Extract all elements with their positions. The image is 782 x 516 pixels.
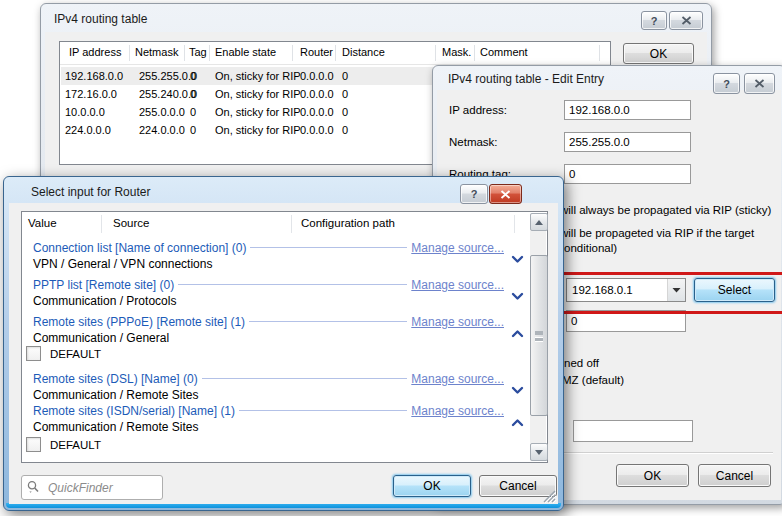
leader-line — [202, 378, 408, 379]
column-header[interactable]: Mask. — [442, 46, 471, 58]
entry-config-path: Communication / General — [33, 331, 169, 345]
list-header: Value Source Configuration path — [22, 212, 547, 236]
titlebar[interactable]: IPv4 routing table - Edit Entry ? — [433, 66, 782, 92]
ok-button[interactable]: OK — [393, 475, 471, 497]
column-separator — [129, 45, 130, 61]
entry-value: PPTP list [Remote site] (0) — [33, 278, 174, 292]
default-checkbox[interactable] — [26, 346, 41, 361]
column-header[interactable]: Tag — [189, 46, 207, 58]
column-separator — [474, 45, 475, 61]
manage-source-link[interactable]: Manage source... — [411, 372, 504, 386]
default-checkbox[interactable] — [26, 437, 41, 452]
ip-address-label: IP address: — [449, 104, 507, 116]
expand-button[interactable] — [511, 253, 525, 263]
scroll-up-button[interactable] — [530, 213, 548, 231]
help-button[interactable]: ? — [460, 184, 488, 204]
titlebar[interactable]: IPv4 routing table ? — [41, 4, 711, 30]
cell-distance: 0 — [342, 70, 348, 82]
column-header[interactable]: Netmask — [135, 46, 178, 58]
titlebar[interactable]: Select input for Router ? — [4, 177, 563, 203]
column-header[interactable]: Configuration path — [301, 217, 395, 229]
help-button[interactable]: ? — [713, 73, 740, 94]
list-item[interactable]: Remote sites (PPPoE) [Remote site] (1) M… — [33, 314, 504, 329]
chevron-down-icon — [511, 292, 524, 301]
column-header[interactable]: Value — [28, 217, 57, 229]
resize-grip[interactable] — [543, 490, 556, 503]
close-button[interactable] — [489, 184, 522, 204]
collapse-button[interactable] — [511, 416, 525, 426]
divider — [560, 452, 773, 454]
expand-button[interactable] — [511, 290, 525, 300]
help-icon: ? — [651, 15, 658, 27]
column-separator — [599, 45, 600, 61]
close-icon — [500, 190, 511, 199]
column-header[interactable]: Source — [113, 217, 149, 229]
cell-ip: 172.16.0.0 — [65, 88, 117, 100]
dialog-body: Value Source Configuration path Connecti… — [9, 203, 558, 504]
close-button[interactable] — [744, 73, 775, 94]
cell-distance: 0 — [342, 124, 348, 136]
leader-line — [250, 247, 407, 248]
netmask-field[interactable] — [564, 132, 691, 152]
manage-source-link[interactable]: Manage source... — [411, 404, 504, 418]
rip-conditional-text-fragment: will be propageted via RIP if the target — [560, 227, 754, 239]
close-icon — [754, 79, 765, 88]
chevron-down-icon — [511, 386, 524, 395]
manage-source-link[interactable]: Manage source... — [411, 241, 504, 255]
quickfinder-search[interactable] — [21, 475, 163, 500]
routing-tag-field[interactable] — [564, 164, 691, 184]
ip-address-field[interactable] — [564, 100, 691, 120]
default-option-row[interactable]: DEFAULT — [26, 437, 101, 452]
column-header[interactable]: IP address — [69, 46, 121, 58]
entry-value: Remote sites (ISDN/serial) [Name] (1) — [33, 404, 235, 418]
window-title: IPv4 routing table — [54, 12, 147, 26]
default-option-row[interactable]: DEFAULT — [26, 346, 101, 361]
cell-router: 0.0.0.0 — [300, 124, 334, 136]
cell-tag: 0 — [190, 106, 196, 118]
manage-source-link[interactable]: Manage source... — [411, 278, 504, 292]
column-separator — [101, 215, 102, 233]
rip-conditional-text-fragment-2: onditional) — [564, 242, 617, 254]
column-header[interactable]: Router — [300, 46, 333, 58]
netmask-label: Netmask: — [449, 136, 498, 148]
column-separator — [292, 45, 293, 61]
cell-tag: 0 — [190, 88, 196, 100]
chevron-up-icon — [511, 418, 524, 427]
cell-distance: 0 — [342, 88, 348, 100]
scrollbar-thumb[interactable] — [530, 255, 548, 416]
list-item[interactable]: Remote sites (DSL) [Name] (0) Manage sou… — [33, 371, 504, 386]
comment-field[interactable] — [573, 420, 693, 442]
triangle-up-icon — [535, 220, 543, 225]
list-item[interactable]: Remote sites (ISDN/serial) [Name] (1) Ma… — [33, 403, 504, 418]
cell-ip: 192.168.0.0 — [65, 70, 123, 82]
cell-distance: 0 — [342, 106, 348, 118]
desktop: IPv4 routing table ? IP address Netmask … — [0, 0, 782, 516]
column-separator — [184, 45, 185, 61]
quickfinder-input[interactable] — [46, 480, 145, 496]
column-header[interactable]: Comment — [480, 46, 528, 58]
manage-source-link[interactable]: Manage source... — [411, 315, 504, 329]
leader-line — [249, 321, 407, 322]
cell-router: 0.0.0.0 — [300, 70, 334, 82]
expand-button[interactable] — [511, 384, 525, 394]
cell-tag: 0 — [190, 70, 196, 82]
column-separator — [514, 215, 515, 233]
input-source-list: Value Source Configuration path Connecti… — [21, 211, 548, 463]
cancel-button[interactable]: Cancel — [698, 464, 771, 487]
vertical-scrollbar[interactable] — [530, 213, 546, 461]
default-label: DEFAULT — [50, 439, 101, 451]
help-button[interactable]: ? — [641, 11, 667, 30]
column-header[interactable]: Distance — [342, 46, 385, 58]
list-item[interactable]: Connection list [Name of connection] (0)… — [33, 240, 504, 255]
collapse-button[interactable] — [511, 327, 525, 337]
list-item[interactable]: PPTP list [Remote site] (0) Manage sourc… — [33, 277, 504, 292]
ok-button[interactable]: OK — [623, 43, 694, 64]
scroll-down-button[interactable] — [530, 443, 548, 461]
cell-enable-state: On, sticky for RIP — [215, 106, 301, 118]
window-title: IPv4 routing table - Edit Entry — [448, 72, 604, 86]
table-header: IP address Netmask Tag Enable state Rout… — [60, 42, 610, 65]
column-header[interactable]: Enable state — [215, 46, 276, 58]
close-button[interactable] — [669, 11, 703, 30]
ok-button[interactable]: OK — [616, 464, 689, 487]
leader-line — [239, 410, 407, 411]
